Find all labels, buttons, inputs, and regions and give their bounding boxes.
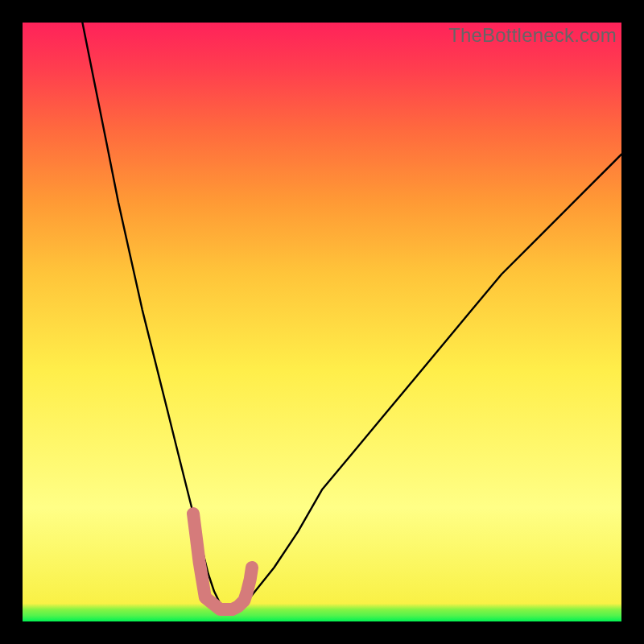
- curve-layer: [23, 23, 621, 621]
- plot-area: TheBottleneck.com: [23, 23, 621, 621]
- bottleneck-curve-path: [82, 23, 621, 609]
- outer-frame: TheBottleneck.com: [0, 0, 644, 644]
- selection-marker-path: [193, 514, 252, 609]
